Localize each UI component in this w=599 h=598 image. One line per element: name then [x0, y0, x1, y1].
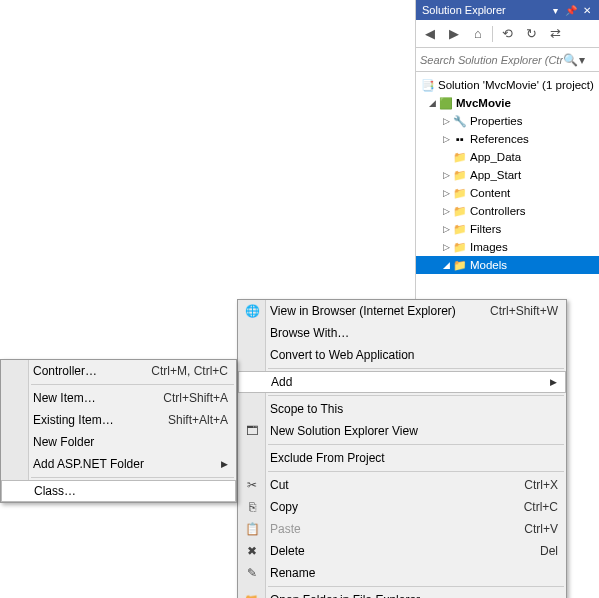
menu-separator — [31, 477, 234, 478]
menu-item-new-item[interactable]: New Item…Ctrl+Shift+A — [1, 387, 236, 409]
solution-node[interactable]: 📑 Solution 'MvcMovie' (1 project) — [416, 76, 599, 94]
expander-icon[interactable]: ▷ — [440, 242, 452, 252]
menu-separator — [31, 384, 234, 385]
menu-item-view-in-browser-internet-explorer[interactable]: 🌐View in Browser (Internet Explorer)Ctrl… — [238, 300, 566, 322]
menu-item-existing-item[interactable]: Existing Item…Shift+Alt+A — [1, 409, 236, 431]
menu-item-copy[interactable]: ⎘CopyCtrl+C — [238, 496, 566, 518]
submenu-arrow-icon: ▶ — [221, 459, 228, 469]
menu-item-class[interactable]: Class… — [1, 480, 236, 502]
folder-icon: 📁 — [452, 151, 468, 164]
forward-icon[interactable]: ▶ — [444, 24, 464, 44]
expander-icon[interactable]: ▷ — [440, 116, 452, 126]
tree-node-appdata[interactable]: 📁App_Data — [416, 148, 599, 166]
solution-icon: 📑 — [420, 79, 436, 92]
folder-icon: 📁 — [452, 187, 468, 200]
menu-separator — [268, 586, 564, 587]
tree-node-images[interactable]: ▷📁Images — [416, 238, 599, 256]
expander-icon[interactable]: ▷ — [440, 206, 452, 216]
menu-item-delete[interactable]: ✖DeleteDel — [238, 540, 566, 562]
expander-icon[interactable]: ◢ — [440, 260, 452, 270]
menu-item-scope-to-this[interactable]: Scope to This — [238, 398, 566, 420]
dropdown-icon[interactable]: ▾ — [549, 4, 561, 16]
close-icon[interactable]: ✕ — [581, 4, 593, 16]
tree-node-references[interactable]: ▷▪▪References — [416, 130, 599, 148]
expander-icon[interactable]: ▷ — [440, 188, 452, 198]
panel-title: Solution Explorer — [422, 4, 506, 16]
expander-icon[interactable]: ◢ — [426, 98, 438, 108]
context-menu: 🌐View in Browser (Internet Explorer)Ctrl… — [237, 299, 567, 598]
menu-separator — [268, 395, 564, 396]
project-node[interactable]: ◢ 🟩 MvcMovie — [416, 94, 599, 112]
search-dropdown-icon[interactable]: ▾ — [579, 53, 595, 67]
menu-item-add[interactable]: Add▶ — [238, 371, 566, 393]
collapse-icon[interactable]: ⇄ — [545, 24, 565, 44]
paste-icon: 📋 — [244, 521, 260, 537]
toolbar-separator — [492, 26, 493, 42]
folder-icon: 📁 — [452, 205, 468, 218]
home-icon[interactable]: ⌂ — [468, 24, 488, 44]
menu-item-rename[interactable]: ✎Rename — [238, 562, 566, 584]
add-submenu: Controller…Ctrl+M, Ctrl+CNew Item…Ctrl+S… — [0, 359, 237, 503]
search-icon[interactable]: 🔍 — [563, 53, 579, 67]
menu-item-new-folder[interactable]: New Folder — [1, 431, 236, 453]
pin-icon[interactable]: 📌 — [565, 4, 577, 16]
cut-icon: ✂ — [244, 477, 260, 493]
tree-node-filters[interactable]: ▷📁Filters — [416, 220, 599, 238]
menu-separator — [268, 444, 564, 445]
menu-item-browse-with[interactable]: Browse With… — [238, 322, 566, 344]
panel-titlebar: Solution Explorer ▾ 📌 ✕ — [416, 0, 599, 20]
menu-item-add-asp-net-folder[interactable]: Add ASP.NET Folder▶ — [1, 453, 236, 475]
expander-icon[interactable]: ▷ — [440, 134, 452, 144]
tree-node-content[interactable]: ▷📁Content — [416, 184, 599, 202]
folder-icon: 📁 — [452, 259, 468, 272]
tree-node-properties[interactable]: ▷🔧Properties — [416, 112, 599, 130]
panel-toolbar: ◀ ▶ ⌂ ⟲ ↻ ⇄ — [416, 20, 599, 48]
menu-item-exclude-from-project[interactable]: Exclude From Project — [238, 447, 566, 469]
submenu-arrow-icon: ▶ — [550, 377, 557, 387]
folder-icon: 📁 — [452, 169, 468, 182]
folder-icon: 📁 — [452, 241, 468, 254]
refs-icon: ▪▪ — [452, 133, 468, 145]
delete-icon: ✖ — [244, 543, 260, 559]
window-icon: 🗔 — [244, 423, 260, 439]
menu-separator — [268, 368, 564, 369]
solution-tree: 📑 Solution 'MvcMovie' (1 project) ◢ 🟩 Mv… — [416, 72, 599, 278]
menu-item-new-solution-explorer-view[interactable]: 🗔New Solution Explorer View — [238, 420, 566, 442]
back-icon[interactable]: ◀ — [420, 24, 440, 44]
menu-separator — [268, 471, 564, 472]
menu-item-convert-to-web-application[interactable]: Convert to Web Application — [238, 344, 566, 366]
menu-item-cut[interactable]: ✂CutCtrl+X — [238, 474, 566, 496]
menu-item-controller[interactable]: Controller…Ctrl+M, Ctrl+C — [1, 360, 236, 382]
expander-icon[interactable]: ▷ — [440, 170, 452, 180]
menu-item-open-folder-in-file-explorer[interactable]: 📂Open Folder in File Explorer — [238, 589, 566, 598]
rename-icon: ✎ — [244, 565, 260, 581]
search-box[interactable]: 🔍 ▾ — [416, 48, 599, 72]
refresh-icon[interactable]: ↻ — [521, 24, 541, 44]
project-icon: 🟩 — [438, 97, 454, 110]
sync-icon[interactable]: ⟲ — [497, 24, 517, 44]
tree-node-controllers[interactable]: ▷📁Controllers — [416, 202, 599, 220]
openfolder-icon: 📂 — [244, 592, 260, 598]
tree-node-appstart[interactable]: ▷📁App_Start — [416, 166, 599, 184]
menu-item-paste: 📋PasteCtrl+V — [238, 518, 566, 540]
expander-icon[interactable]: ▷ — [440, 224, 452, 234]
copy-icon: ⎘ — [244, 499, 260, 515]
folder-icon: 📁 — [452, 223, 468, 236]
browser-icon: 🌐 — [244, 303, 260, 319]
tree-node-models[interactable]: ◢📁Models — [416, 256, 599, 274]
wrench-icon: 🔧 — [452, 115, 468, 128]
search-input[interactable] — [420, 54, 563, 66]
